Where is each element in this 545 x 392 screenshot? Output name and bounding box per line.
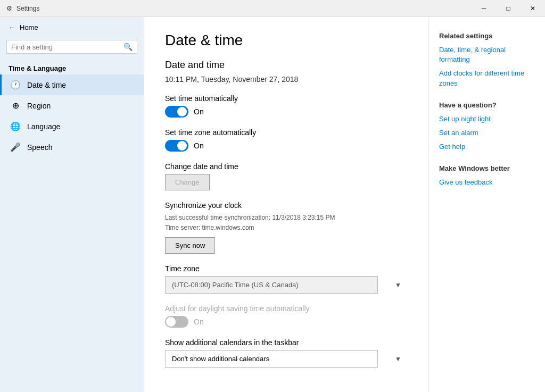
settings-icon: ⚙ [6,5,12,12]
speech-icon: 🎤 [10,142,21,152]
back-icon: ← [9,23,15,31]
feedback-section: Make Windows better Give us feedback [439,164,534,187]
change-datetime-label: Change date and time [165,162,407,171]
set-timezone-auto-row: Set time zone automatically On [165,128,407,152]
set-timezone-auto-label: Set time zone automatically [165,128,407,137]
sidebar-item-date-time[interactable]: 🕐 Date & time [0,74,144,95]
sidebar-item-label: Date & time [27,81,66,89]
main-content: Date & time Date and time 10:11 PM, Tues… [144,17,428,392]
change-button[interactable]: Change [165,174,210,190]
chevron-down-icon: ▼ [395,355,401,363]
add-clocks-link[interactable]: Add clocks for different time zones [439,69,534,88]
calendar-dropdown-wrapper: Don't show additional calendars ▼ [165,350,407,368]
search-input[interactable] [11,43,120,51]
timezone-label: Time zone [165,264,407,273]
sidebar-item-language[interactable]: 🌐 Language [0,116,144,137]
related-settings-title: Related settings [439,32,534,40]
titlebar: ⚙ Settings ─ □ ✕ [0,0,545,17]
timezone-dropdown[interactable]: (UTC-08:00) Pacific Time (US & Canada) [165,276,378,294]
set-time-auto-label: Set time automatically [165,94,407,103]
sync-info: Last successful time synchronization: 11… [165,213,407,233]
sidebar-category: Time & Language [0,60,144,74]
maximize-button[interactable]: □ [496,0,521,17]
sync-now-button[interactable]: Sync now [165,237,215,254]
titlebar-left: ⚙ Settings [6,5,39,12]
give-feedback-link[interactable]: Give us feedback [439,178,534,187]
have-question-section: Have a question? Set up night light Set … [439,101,534,152]
daylight-toggle[interactable] [165,316,188,328]
sync-line2: Time server: time.windows.com [165,223,407,233]
search-icon: 🔍 [123,43,133,51]
daylight-toggle-row: On [165,316,407,328]
close-button[interactable]: ✕ [521,0,545,17]
app-body: ← Home 🔍 Time & Language 🕐 Date & time ⊕… [0,17,545,392]
timezone-dropdown-wrapper: (UTC-08:00) Pacific Time (US & Canada) ▼ [165,276,407,294]
toggle-knob [177,141,187,151]
page-title: Date & time [165,32,407,49]
right-panel: Related settings Date, time, & regional … [428,17,545,392]
search-box[interactable]: 🔍 [6,40,137,54]
region-icon: ⊕ [10,101,21,111]
set-timezone-auto-toggle[interactable] [165,140,188,152]
titlebar-controls: ─ □ ✕ [472,0,545,17]
sidebar-item-label: Language [27,122,60,131]
calendar-row: Show additional calendars in the taskbar… [165,338,407,368]
back-button[interactable]: ← Home [0,17,144,38]
sidebar-item-label: Speech [27,143,52,152]
section-title: Date and time [165,60,407,71]
get-help-link[interactable]: Get help [439,142,534,152]
toggle-knob [166,317,176,327]
sidebar-item-region[interactable]: ⊕ Region [0,95,144,116]
daylight-value: On [194,318,204,326]
regional-formatting-link[interactable]: Date, time, & regional formatting [439,45,534,64]
titlebar-title: Settings [16,5,39,12]
night-light-link[interactable]: Set up night light [439,114,534,124]
related-settings-section: Related settings Date, time, & regional … [439,32,534,88]
have-question-title: Have a question? [439,101,534,109]
language-icon: 🌐 [10,121,21,131]
clock-icon: 🕐 [10,80,21,90]
feedback-title: Make Windows better [439,164,534,172]
set-time-auto-value: On [194,107,204,116]
calendar-label: Show additional calendars in the taskbar [165,338,407,347]
sidebar-item-label: Region [27,102,51,110]
set-time-auto-toggle[interactable] [165,106,188,118]
current-time: 10:11 PM, Tuesday, November 27, 2018 [165,75,407,84]
toggle-knob [177,107,187,116]
set-time-auto-row: Set time automatically On [165,94,407,118]
sync-clock-row: Synchronize your clock Last successful t… [165,201,407,254]
daylight-row: Adjust for daylight saving time automati… [165,304,407,328]
back-label: Home [20,23,38,31]
minimize-button[interactable]: ─ [472,0,496,17]
sync-label: Synchronize your clock [165,201,407,210]
set-timezone-auto-toggle-row: On [165,140,407,152]
daylight-label: Adjust for daylight saving time automati… [165,304,407,313]
change-datetime-row: Change date and time Change [165,162,407,190]
set-alarm-link[interactable]: Set an alarm [439,128,534,138]
set-timezone-auto-value: On [194,141,204,150]
sidebar: ← Home 🔍 Time & Language 🕐 Date & time ⊕… [0,17,144,392]
chevron-down-icon: ▼ [395,281,401,289]
calendar-dropdown[interactable]: Don't show additional calendars [165,350,378,368]
timezone-row: Time zone (UTC-08:00) Pacific Time (US &… [165,264,407,294]
sidebar-item-speech[interactable]: 🎤 Speech [0,137,144,157]
set-time-auto-toggle-row: On [165,106,407,118]
sync-line1: Last successful time synchronization: 11… [165,213,407,223]
